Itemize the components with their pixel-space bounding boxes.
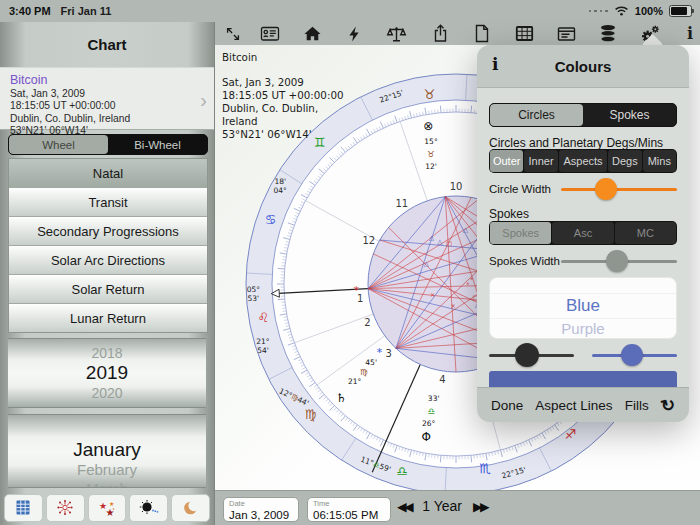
year-option-selected[interactable]: 2019 [86, 362, 128, 384]
tint-slider-thumb[interactable] [621, 344, 643, 366]
status-time: 3:40 PM [9, 5, 51, 17]
stars-button[interactable]: ★ ★ ★ [88, 494, 127, 522]
colour-picker[interactable]: Blue Purple [489, 277, 677, 339]
toggle-bi-wheel[interactable]: Bi-Wheel [108, 135, 207, 154]
svg-text:★: ★ [105, 507, 114, 518]
table-button[interactable] [513, 23, 535, 44]
calendar-grid-button[interactable] [4, 494, 43, 522]
refresh-icon[interactable]: ↻ [658, 393, 677, 417]
scales-icon [386, 25, 407, 43]
eclipse-button[interactable] [129, 494, 168, 522]
moon-button[interactable] [171, 494, 210, 522]
info-button[interactable]: i [679, 23, 700, 44]
shade-slider-thumb[interactable] [515, 343, 539, 367]
house-number: 11 [395, 198, 408, 209]
date-field[interactable]: Date Jan 3, 2009 [223, 497, 299, 522]
button-mins[interactable]: Mins [643, 150, 676, 172]
button-outer[interactable]: Outer [490, 150, 523, 172]
scales-button[interactable] [385, 23, 407, 44]
toggle-wheel[interactable]: Wheel [9, 135, 108, 154]
zodiac-sign-glyph: ♉ [424, 87, 436, 102]
colour-option-blue[interactable]: Blue [490, 294, 676, 319]
aspect-lines-button[interactable]: Aspect Lines [535, 398, 612, 413]
cusp-degree-label: 04° [274, 186, 288, 195]
chart-wheel-icon [54, 499, 76, 517]
sidebar-title: Chart [0, 22, 214, 66]
tint-slider[interactable] [592, 343, 677, 367]
year-picker[interactable]: 2018 2019 2020 [8, 338, 206, 408]
chart-type-solar-return[interactable]: Solar Return [9, 275, 207, 304]
colour-option-purple[interactable]: Purple [490, 319, 676, 339]
bottom-bar: Date Jan 3, 2009 Time 06:15:05 PM ◀◀ 1 Y… [215, 490, 700, 525]
tab-spokes[interactable]: Spokes [583, 104, 676, 126]
circle-width-thumb[interactable] [595, 178, 617, 200]
chart-wheel-button[interactable] [46, 494, 85, 522]
document-button[interactable] [471, 23, 493, 44]
fills-button[interactable]: Fills [625, 398, 649, 413]
button-aspects[interactable]: Aspects [559, 150, 607, 172]
house-number: 10 [450, 181, 463, 192]
chart-subject-card[interactable]: Bitcoin Sat, Jan 3, 2009 18:15:05 UT +00… [0, 67, 214, 130]
spokes-width-label: Spokes Width [489, 255, 561, 267]
list-panel-button[interactable] [555, 23, 577, 44]
date-field-value: Jan 3, 2009 [229, 509, 293, 522]
month-option-selected[interactable]: January [73, 439, 141, 460]
chart-point-glyph: 12' [425, 162, 437, 171]
circles-section-label: Circles and Planetary Degs/Mins [489, 136, 677, 148]
chart-type-solar-arc-directions[interactable]: Solar Arc Directions [9, 246, 207, 275]
month-option-next[interactable]: February [77, 460, 137, 479]
toolbar: i [215, 22, 700, 45]
share-button[interactable] [429, 23, 451, 44]
contact-card-button[interactable] [259, 23, 281, 44]
home-button[interactable] [301, 23, 323, 44]
chart-point-glyph: ⊗ [423, 119, 433, 133]
time-field-label: Time [313, 500, 385, 509]
cusp-degree-label: 05° [247, 285, 261, 294]
chart-info-country: Ireland [222, 115, 344, 128]
popover-info-icon[interactable]: i [492, 54, 498, 74]
circle-width-slider[interactable] [561, 177, 677, 201]
contact-card-icon [260, 25, 280, 42]
aspect-glyph: △ [437, 238, 442, 246]
button-inner[interactable]: Inner [524, 150, 557, 172]
chart-point-glyph: 21° [348, 377, 362, 386]
house-number: 2 [364, 317, 370, 328]
chart-type-natal[interactable]: Natal [9, 159, 207, 188]
step-back-button[interactable]: ◀◀ [397, 499, 411, 514]
aspect-glyph: △ [463, 226, 468, 234]
shade-slider[interactable] [489, 343, 574, 367]
spokes-width-thumb[interactable] [606, 250, 628, 272]
spokes-width-slider[interactable] [561, 249, 677, 273]
cusp-degree-label: 18' [274, 177, 286, 186]
tab-circles[interactable]: Circles [490, 104, 583, 126]
month-option-next2[interactable]: March [86, 479, 128, 488]
chart-type-secondary-progressions[interactable]: Secondary Progressions [9, 217, 207, 246]
cusp-degree-label: 54' [257, 346, 269, 355]
document-icon [474, 24, 490, 43]
step-interval-label: 1 Year [422, 498, 462, 514]
spokes-section-label: Spokes [489, 207, 677, 219]
database-button[interactable] [597, 23, 619, 44]
year-option-prev[interactable]: 2018 [91, 344, 122, 362]
chart-subject-date: Sat, Jan 3, 2009 [10, 88, 204, 100]
time-field[interactable]: Time 06:15:05 PM [307, 497, 391, 522]
done-button[interactable]: Done [491, 398, 523, 413]
aspect-glyph: × [430, 291, 435, 299]
circle-element-buttons: Outer Inner Aspects Degs Mins [489, 149, 677, 173]
lightning-button[interactable] [343, 23, 365, 44]
chart-type-lunar-return[interactable]: Lunar Return [9, 304, 207, 332]
year-option-next[interactable]: 2020 [91, 384, 122, 402]
button-degs[interactable]: Degs [608, 150, 641, 172]
chart-info-time: 18:15:05 UT +00:00:00 [222, 89, 344, 102]
chevron-right-icon: › [200, 92, 207, 108]
month-picker[interactable]: January February March [8, 414, 206, 488]
button-spokes[interactable]: Spokes [490, 222, 551, 244]
expand-button[interactable] [222, 23, 244, 44]
expand-arrows-icon [224, 25, 242, 43]
step-forward-button[interactable]: ▶▶ [473, 499, 487, 514]
button-asc[interactable]: Asc [552, 222, 613, 244]
cellular-signal-icon [589, 10, 608, 13]
button-mc[interactable]: MC [615, 222, 676, 244]
chart-type-transit[interactable]: Transit [9, 188, 207, 217]
chart-subject-place: Dublin, Co. Dublin, Ireland [10, 113, 204, 125]
